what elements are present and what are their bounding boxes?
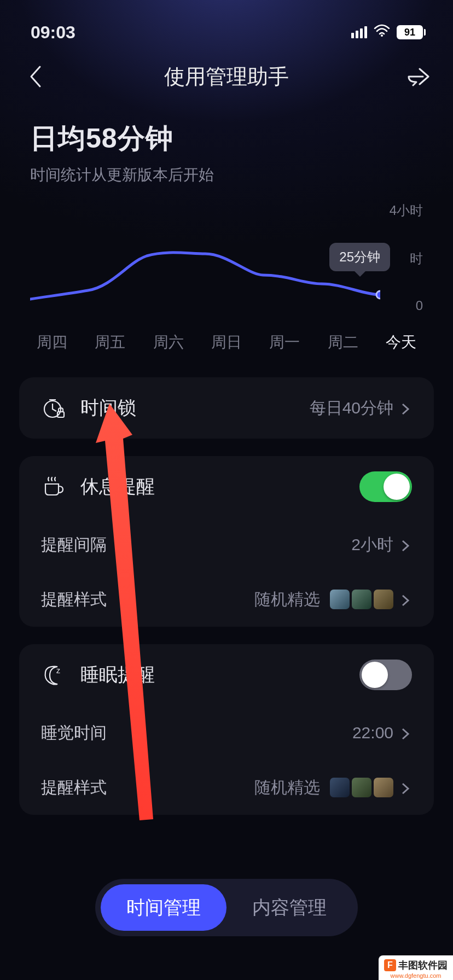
timelock-label: 时间锁 xyxy=(80,395,136,421)
page-title: 使用管理助手 xyxy=(164,63,289,91)
x-axis-labels: 周四 周五 周六 周日 周一 周二 今天 xyxy=(30,322,423,353)
sleep-time-value: 22:00 xyxy=(352,724,393,742)
sleep-style-row[interactable]: 提醒样式 随机精选 xyxy=(19,760,434,815)
rest-interval-row[interactable]: 提醒间隔 2小时 xyxy=(19,517,434,572)
svg-text:z: z xyxy=(56,666,60,675)
status-time: 09:03 xyxy=(31,22,76,43)
x-label: 周日 xyxy=(205,332,248,353)
chart-line xyxy=(30,202,380,306)
rest-reminder-row: 休息提醒 xyxy=(19,456,434,517)
rest-style-row[interactable]: 提醒样式 随机精选 xyxy=(19,572,434,627)
rest-interval-label: 提醒间隔 xyxy=(41,534,107,556)
timer-lock-icon xyxy=(41,395,66,421)
sleep-reminder-row: z 睡眠提醒 xyxy=(19,644,434,705)
sleep-reminder-label: 睡眠提醒 xyxy=(80,662,155,687)
svg-point-0 xyxy=(381,34,383,37)
x-label: 周四 xyxy=(30,332,74,353)
rest-reminder-toggle[interactable] xyxy=(359,471,412,502)
chart-tooltip: 25分钟 xyxy=(329,243,390,271)
tab-time-management[interactable]: 时间管理 xyxy=(101,884,226,931)
style-thumbnails xyxy=(330,778,393,797)
watermark-text: 丰图软件园 xyxy=(398,959,448,972)
battery-icon: 91 xyxy=(397,25,426,39)
style-thumbnails xyxy=(330,590,393,609)
y-axis-label: 时 xyxy=(410,250,423,267)
sleep-time-row[interactable]: 睡觉时间 22:00 xyxy=(19,705,434,760)
y-axis-label: 0 xyxy=(416,298,423,313)
sleep-style-label: 提醒样式 xyxy=(41,777,107,799)
chevron-right-icon xyxy=(401,539,412,550)
x-label: 周一 xyxy=(263,332,306,353)
rest-interval-value: 2小时 xyxy=(351,534,393,556)
rest-style-value: 随机精选 xyxy=(254,588,320,611)
back-button[interactable] xyxy=(22,63,48,90)
watermark-logo-icon: F xyxy=(384,959,396,971)
cellular-signal-icon xyxy=(351,26,367,38)
header: 使用管理助手 xyxy=(0,49,453,98)
sleep-reminder-card: z 睡眠提醒 睡觉时间 22:00 提醒样式 随机精选 xyxy=(19,644,434,815)
summary-subtitle: 时间统计从更新版本后开始 xyxy=(30,165,423,185)
x-label: 周五 xyxy=(88,332,132,353)
usage-summary: 日均58分钟 时间统计从更新版本后开始 xyxy=(0,98,453,191)
timelock-value: 每日40分钟 xyxy=(310,397,393,419)
y-axis-label: 4小时 xyxy=(390,202,423,219)
x-label: 周六 xyxy=(147,332,190,353)
rest-reminder-card: 休息提醒 提醒间隔 2小时 提醒样式 随机精选 xyxy=(19,456,434,627)
chevron-right-icon xyxy=(401,782,412,793)
tab-content-management[interactable]: 内容管理 xyxy=(226,884,352,931)
watermark: F 丰图软件园 www.dgfengtu.com xyxy=(379,955,453,980)
summary-title: 日均58分钟 xyxy=(30,120,423,157)
rest-style-label: 提醒样式 xyxy=(41,588,107,611)
sleep-style-value: 随机精选 xyxy=(254,777,320,799)
rest-reminder-label: 休息提醒 xyxy=(80,474,155,499)
watermark-url: www.dgfengtu.com xyxy=(391,972,442,979)
chevron-right-icon xyxy=(401,402,412,413)
timelock-row[interactable]: 时间锁 每日40分钟 xyxy=(19,377,434,439)
chevron-right-icon xyxy=(401,594,412,605)
bottom-tab-bar: 时间管理 内容管理 xyxy=(95,879,358,936)
status-bar: 09:03 91 xyxy=(0,0,453,49)
timelock-card: 时间锁 每日40分钟 xyxy=(19,377,434,439)
sleep-time-label: 睡觉时间 xyxy=(41,722,107,744)
sleep-reminder-toggle[interactable] xyxy=(359,660,412,690)
moon-sleep-icon: z xyxy=(41,662,66,687)
wifi-icon xyxy=(374,24,390,41)
chevron-right-icon xyxy=(401,727,412,738)
cup-icon xyxy=(41,474,66,499)
usage-chart: 4小时 时 0 25分钟 xyxy=(30,191,423,322)
x-label: 周二 xyxy=(321,332,365,353)
x-label-active: 今天 xyxy=(379,332,423,353)
share-button[interactable] xyxy=(405,63,431,90)
svg-point-1 xyxy=(376,291,380,299)
